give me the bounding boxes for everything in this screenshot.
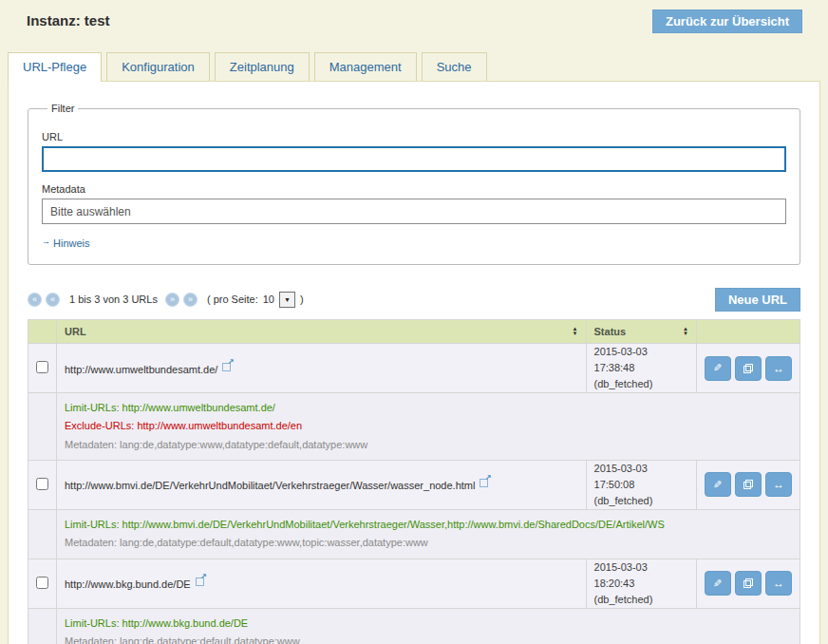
main-panel: Filter URL Metadata →Hinweis « « 1 bis 3…	[8, 81, 820, 644]
per-page-label: ( pro Seite:	[207, 294, 258, 305]
row-status: 2015-03-03 17:50:08 (db_fetched)	[586, 460, 696, 509]
table-row: http://www.umweltbundesamt.de/ 2015-03-0…	[28, 344, 800, 393]
row-checkbox[interactable]	[36, 361, 48, 373]
table-row-details: Limit-URLs: http://www.bkg.bund.de/DE Me…	[28, 608, 800, 644]
edit-button[interactable]: ✎	[705, 356, 731, 381]
tab-management[interactable]: Management	[314, 52, 417, 81]
move-button[interactable]: ↔	[765, 356, 792, 381]
table-header-row: URL▲▼ Status▲▼	[28, 320, 800, 344]
filter-fieldset: Filter URL Metadata →Hinweis	[28, 103, 800, 265]
checkbox-column-header	[28, 320, 57, 344]
copy-icon	[743, 480, 753, 489]
url-filter-label: URL	[42, 131, 786, 142]
back-to-overview-button[interactable]: Zurück zur Übersicht	[652, 9, 802, 33]
pencil-icon: ✎	[713, 479, 722, 491]
pencil-icon: ✎	[713, 362, 722, 374]
hinweis-link[interactable]: →Hinweis	[42, 237, 90, 249]
metadata-filter-label: Metadata	[42, 183, 786, 195]
left-right-arrows-icon: ↔	[773, 577, 784, 590]
row-status: 2015-03-03 18:20:43 (db_fetched)	[586, 559, 696, 608]
limit-urls-line: Limit-URLs: http://www.bkg.bund.de/DE	[65, 615, 792, 633]
external-link-icon[interactable]	[480, 478, 489, 487]
last-page-button[interactable]: »	[183, 293, 198, 307]
next-page-button[interactable]: »	[165, 293, 179, 307]
tab-suche[interactable]: Suche	[422, 52, 487, 81]
per-page-control: ( pro Seite: 10 ▼ )	[207, 292, 304, 308]
tab-bar: URL-Pflege Konfiguration Zeitplanung Man…	[0, 52, 828, 81]
tab-konfiguration[interactable]: Konfiguration	[106, 52, 210, 81]
hinweis-link-label: Hinweis	[53, 237, 90, 249]
pagination-info: 1 bis 3 von 3 URLs	[69, 294, 158, 305]
copy-button[interactable]	[735, 356, 762, 381]
page-title: Instanz: test	[27, 12, 110, 28]
url-column-header: URL▲▼	[57, 320, 587, 344]
row-url: http://www.bkg.bund.de/DE	[65, 578, 191, 590]
list-controls: « « 1 bis 3 von 3 URLs » » ( pro Seite: …	[28, 286, 800, 313]
external-link-icon[interactable]	[196, 577, 205, 586]
tab-url-pflege[interactable]: URL-Pflege	[8, 52, 102, 82]
row-checkbox[interactable]	[36, 478, 48, 490]
external-link-icon[interactable]	[222, 362, 232, 371]
actions-column-header	[696, 320, 800, 344]
table-row-details: Limit-URLs: http://www.bmvi.de/DE/Verkeh…	[28, 510, 800, 559]
move-button[interactable]: ↔	[765, 472, 792, 497]
metadata-filter-input[interactable]	[42, 199, 786, 224]
first-page-button[interactable]: «	[28, 293, 42, 307]
exclude-urls-line: Exclude-URLs: http://www.umweltbundesamt…	[65, 417, 792, 435]
row-url: http://www.bmvi.de/DE/VerkehrUndMobilita…	[65, 480, 475, 491]
new-url-button[interactable]: Neue URL	[715, 288, 800, 312]
filter-legend: Filter	[47, 103, 78, 114]
sort-icon[interactable]: ▲▼	[573, 327, 578, 336]
table-row: http://www.bkg.bund.de/DE 2015-03-03 18:…	[28, 559, 800, 608]
per-page-select[interactable]: ▼	[279, 292, 295, 308]
status-column-header: Status▲▼	[586, 320, 696, 344]
copy-button[interactable]	[735, 472, 762, 497]
table-row: http://www.bmvi.de/DE/VerkehrUndMobilita…	[28, 460, 800, 509]
header: Instanz: test Zurück zur Übersicht	[0, 0, 828, 44]
edit-button[interactable]: ✎	[705, 571, 731, 596]
edit-button[interactable]: ✎	[705, 472, 731, 497]
copy-icon	[743, 364, 753, 373]
metadaten-line: Metadaten: lang:de,datatype:www,datatype…	[65, 436, 792, 454]
left-right-arrows-icon: ↔	[773, 478, 784, 491]
copy-button[interactable]	[735, 571, 762, 596]
move-button[interactable]: ↔	[765, 571, 792, 596]
row-url: http://www.umweltbundesamt.de/	[65, 364, 217, 375]
limit-urls-line: Limit-URLs: http://www.bmvi.de/DE/Verkeh…	[65, 516, 792, 534]
url-filter-input[interactable]	[42, 146, 786, 172]
copy-icon	[743, 578, 753, 588]
metadaten-line: Metadaten: lang:de,datatype:default,data…	[65, 633, 792, 644]
per-page-suffix: )	[300, 294, 304, 305]
row-checkbox[interactable]	[36, 577, 48, 589]
tab-zeitplanung[interactable]: Zeitplanung	[215, 52, 310, 81]
url-table: URL▲▼ Status▲▼ http://www.umweltbundesam…	[28, 319, 800, 644]
limit-urls-line: Limit-URLs: http://www.umweltbundesamt.d…	[65, 399, 792, 417]
metadaten-line: Metadaten: lang:de,datatype:default,data…	[65, 534, 792, 552]
row-status: 2015-03-03 17:38:48 (db_fetched)	[586, 344, 696, 393]
left-right-arrows-icon: ↔	[773, 362, 784, 375]
table-row-details: Limit-URLs: http://www.umweltbundesamt.d…	[28, 393, 800, 461]
link-arrow-icon: →	[42, 237, 50, 246]
pencil-icon: ✎	[713, 578, 722, 590]
previous-page-button[interactable]: «	[46, 293, 60, 307]
per-page-value: 10	[263, 294, 274, 305]
sort-icon[interactable]: ▲▼	[683, 327, 688, 336]
